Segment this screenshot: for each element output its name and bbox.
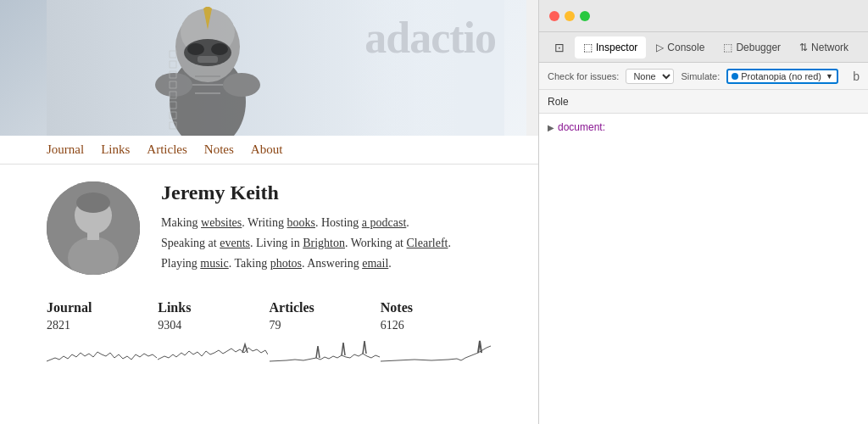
stats-section: Journal 2821 Links 9304 Articles 79 [0, 292, 538, 366]
main-website: adactio Journal Links Articles Notes Abo… [0, 0, 538, 424]
svg-rect-6 [198, 56, 218, 63]
tab-console[interactable]: ▷ Console [648, 36, 713, 59]
devtools-tree[interactable]: ▶ document: [539, 114, 868, 424]
simulate-label: Simulate: [681, 71, 720, 81]
tab-console-label: Console [667, 42, 704, 53]
avatar-svg [47, 181, 140, 275]
tab-inspector[interactable]: ⬚ Inspector [575, 36, 646, 59]
svg-point-5 [211, 43, 228, 55]
traffic-lights [549, 11, 590, 21]
sparkline-articles [270, 338, 380, 363]
nav-articles[interactable]: Articles [147, 142, 186, 157]
stat-journal: Journal 2821 [47, 300, 158, 366]
profile-bio-1: Making websites. Writing books. Hosting … [161, 213, 451, 233]
tree-item-document[interactable]: ▶ document: [539, 119, 868, 136]
stat-notes-label: Notes [381, 300, 492, 315]
link-websites[interactable]: websites [201, 216, 242, 229]
check-issues-label: Check for issues: [548, 71, 619, 81]
link-brighton[interactable]: Brighton [303, 237, 345, 249]
main-nav: Journal Links Articles Notes About [0, 136, 538, 165]
nav-about[interactable]: About [251, 142, 283, 157]
tab-inspector-label: Inspector [596, 42, 637, 53]
link-music[interactable]: music [200, 257, 228, 270]
network-icon: ⇅ [799, 42, 808, 53]
link-books[interactable]: books [287, 216, 315, 229]
svg-point-9 [223, 73, 260, 97]
svg-point-8 [155, 73, 192, 97]
stat-links-label: Links [158, 300, 269, 315]
devtools-toolbar: Check for issues: None Simulate: Protano… [539, 63, 868, 90]
svg-point-4 [187, 43, 204, 55]
link-podcast[interactable]: a podcast [362, 216, 406, 229]
stat-links-count: 9304 [158, 319, 269, 332]
stat-notes-count: 6126 [381, 319, 492, 332]
simulate-chevron: ▼ [826, 72, 833, 81]
stat-journal-count: 2821 [47, 319, 158, 332]
nav-journal[interactable]: Journal [47, 142, 84, 157]
profile-text: Jeremy Keith Making websites. Writing bo… [161, 181, 451, 273]
link-email[interactable]: email [362, 257, 388, 270]
stat-articles-count: 79 [270, 319, 381, 332]
stat-articles-label: Articles [270, 300, 381, 315]
site-logo: adactio [364, 13, 496, 63]
hero-banner: adactio [0, 0, 538, 136]
simulate-dot [732, 73, 738, 80]
profile-bio-3: Playing music. Taking photos. Answering … [161, 254, 451, 274]
stat-links: Links 9304 [158, 300, 269, 366]
stat-journal-label: Journal [47, 300, 158, 315]
tab-debugger-label: Debugger [736, 42, 781, 53]
debugger-icon: ⬚ [723, 42, 732, 53]
profile-bio-2: Speaking at events. Living in Brighton. … [161, 233, 451, 254]
sparkline-journal [47, 338, 157, 363]
svg-point-24 [76, 192, 110, 213]
inspector-icon: ⬚ [583, 42, 593, 53]
profile-section: Jeremy Keith Making websites. Writing bo… [0, 165, 538, 292]
devtools-tabs: ⊡ ⬚ Inspector ▷ Console ⬚ Debugger ⇅ Net… [539, 32, 868, 63]
devtools-panel: ⊡ ⬚ Inspector ▷ Console ⬚ Debugger ⇅ Net… [538, 0, 868, 424]
check-issues-select[interactable]: None [626, 69, 674, 84]
profile-name: Jeremy Keith [161, 181, 451, 204]
console-icon: ▷ [656, 42, 664, 53]
link-events[interactable]: events [220, 237, 250, 249]
minimize-button[interactable] [565, 11, 575, 21]
sparkline-links [158, 338, 268, 363]
tab-debugger[interactable]: ⬚ Debugger [715, 36, 789, 59]
hero-figure [114, 0, 301, 136]
close-button[interactable] [549, 11, 559, 21]
stat-articles: Articles 79 [270, 300, 381, 366]
role-label: Role [548, 96, 569, 108]
svg-rect-14 [170, 61, 176, 68]
tree-document-label: document: [558, 121, 605, 133]
link-clearleft[interactable]: Clearleft [407, 237, 448, 249]
nav-links[interactable]: Links [101, 142, 130, 157]
simulate-select[interactable]: Protanopia (no red) ▼ [726, 69, 838, 84]
svg-rect-25 [87, 230, 99, 240]
maximize-button[interactable] [580, 11, 590, 21]
nav-notes[interactable]: Notes [204, 142, 234, 157]
accessibility-icon: ⊡ [554, 41, 565, 54]
scrollbar-hero [526, 0, 538, 136]
sparkline-notes [381, 338, 491, 363]
tab-accessibility-icon[interactable]: ⊡ [546, 36, 573, 59]
tab-network-label: Network [811, 42, 849, 53]
tab-network[interactable]: ⇅ Network [791, 36, 857, 59]
avatar [47, 181, 140, 275]
stat-notes: Notes 6126 [381, 300, 492, 366]
simulate-value: Protanopia (no red) [741, 71, 821, 81]
devtools-role-bar: Role [539, 90, 868, 114]
avatar-image [47, 181, 140, 275]
devtools-titlebar [539, 0, 868, 32]
tree-arrow: ▶ [548, 123, 554, 132]
svg-rect-13 [170, 51, 176, 58]
link-photos[interactable]: photos [270, 257, 302, 270]
more-options[interactable]: b [853, 70, 860, 83]
